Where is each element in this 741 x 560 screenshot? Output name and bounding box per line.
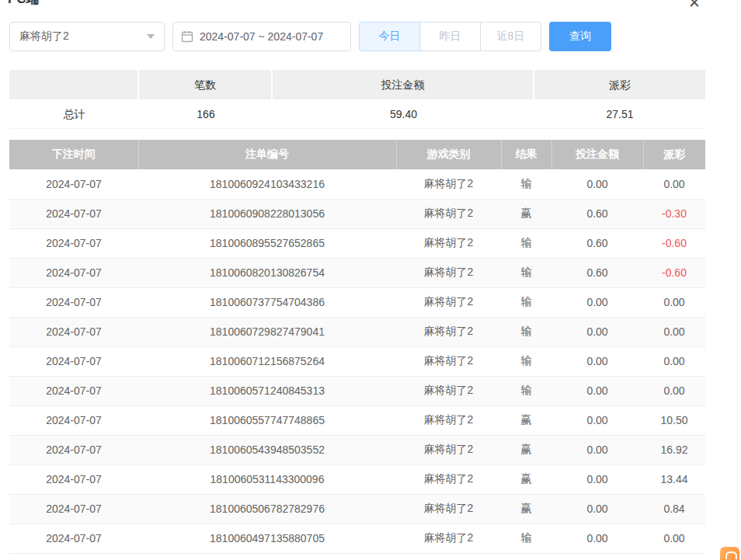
cell-bet-amount: 0.00 (551, 435, 643, 464)
summary-header-blank (9, 70, 139, 99)
cell-order-id: 1810060737754704386 (138, 287, 396, 317)
close-icon[interactable]: ✕ (688, 0, 701, 10)
calendar-icon (181, 30, 193, 43)
cell-result: 输 (501, 523, 551, 553)
cell-payout: 13.44 (643, 464, 705, 494)
cell-result: 输 (501, 228, 551, 258)
cell-bet-time: 2024-07-07 (9, 464, 138, 494)
cell-payout: 0.00 (643, 169, 705, 199)
cell-bet-amount: 0.60 (551, 258, 643, 287)
game-select-value: 麻将胡了2 (19, 30, 69, 43)
cell-result: 赢 (501, 199, 551, 228)
table-row: 2024-07-07 1810060712156875264 麻将胡了2 输 0… (9, 346, 705, 376)
cell-payout: 0.00 (643, 287, 705, 317)
chevron-down-icon (147, 34, 155, 39)
bet-table-header-row: 下注时间 注单编号 游戏类别 结果 投注金额 派彩 (9, 140, 705, 169)
cell-bet-amount: 0.00 (551, 523, 643, 553)
cell-bet-time: 2024-07-07 (9, 169, 138, 199)
date-range-picker[interactable]: 2024-07-07 ~ 2024-07-07 (172, 22, 351, 51)
cell-result: 赢 (501, 494, 551, 523)
table-row: 2024-07-07 1810060497135880705 麻将胡了2 输 0… (9, 523, 705, 553)
bet-table: 下注时间 注单编号 游戏类别 结果 投注金额 派彩 2024-07-07 181… (9, 140, 705, 554)
game-select[interactable]: 麻将胡了2 (9, 22, 165, 51)
bet-table-body: 2024-07-07 1810060924103433216 麻将胡了2 输 0… (9, 169, 705, 553)
cell-payout: 16.92 (643, 435, 705, 464)
cell-payout: 0.00 (643, 346, 705, 376)
cell-payout: 0.00 (643, 376, 705, 405)
cell-order-id: 1810060557747748865 (138, 405, 396, 435)
cell-order-id: 1810060712156875264 (138, 346, 396, 376)
col-header-game: 游戏类别 (396, 140, 501, 169)
cell-bet-time: 2024-07-07 (9, 199, 138, 228)
cell-order-id: 1810060729827479041 (138, 317, 396, 346)
cell-game-type: 麻将胡了2 (396, 169, 501, 199)
summary-header-bets: 笔数 (139, 70, 273, 99)
yesterday-button[interactable]: 昨日 (419, 22, 481, 51)
cell-bet-amount: 0.00 (551, 376, 643, 405)
cell-payout: 0.00 (643, 523, 705, 553)
cell-result: 输 (501, 376, 551, 405)
cell-order-id: 1810060908228013056 (138, 199, 396, 228)
cell-game-type: 麻将胡了2 (396, 376, 501, 405)
cell-bet-time: 2024-07-07 (9, 317, 138, 346)
cell-bet-time: 2024-07-07 (9, 376, 138, 405)
cell-payout: -0.60 (643, 258, 705, 287)
cell-bet-amount: 0.00 (551, 405, 643, 435)
summary-bets-value: 166 (139, 99, 273, 129)
cell-bet-amount: 0.00 (551, 169, 643, 199)
col-header-payout: 派彩 (643, 140, 705, 169)
last-8-days-button[interactable]: 近8日 (480, 22, 541, 51)
customer-service-widget[interactable] (720, 547, 739, 560)
cell-bet-amount: 0.60 (551, 199, 643, 228)
cell-game-type: 麻将胡了2 (396, 346, 501, 376)
cell-result: 赢 (501, 405, 551, 435)
cell-result: 输 (501, 346, 551, 376)
cell-payout: 10.50 (643, 405, 705, 435)
table-row: 2024-07-07 1810060506782782976 麻将胡了2 赢 0… (9, 494, 705, 523)
cell-bet-amount: 0.00 (551, 287, 643, 317)
cell-game-type: 麻将胡了2 (396, 464, 501, 494)
cell-payout: -0.60 (643, 228, 705, 258)
cell-order-id: 1810060543948503552 (138, 435, 396, 464)
cell-bet-time: 2024-07-07 (9, 435, 138, 464)
cell-result: 输 (501, 258, 551, 287)
cell-game-type: 麻将胡了2 (396, 317, 501, 346)
col-header-result: 结果 (501, 140, 551, 169)
summary-amount-value: 59.40 (273, 99, 534, 129)
cell-bet-time: 2024-07-07 (9, 346, 138, 376)
cell-game-type: 麻将胡了2 (396, 494, 501, 523)
table-row: 2024-07-07 1810060737754704386 麻将胡了2 输 0… (9, 287, 705, 317)
cell-bet-time: 2024-07-07 (9, 523, 138, 553)
cell-bet-amount: 0.00 (551, 464, 643, 494)
cell-bet-amount: 0.00 (551, 346, 643, 376)
cell-bet-time: 2024-07-07 (9, 258, 138, 287)
cell-game-type: 麻将胡了2 (396, 199, 501, 228)
cell-result: 输 (501, 169, 551, 199)
cell-result: 输 (501, 287, 551, 317)
cell-result: 输 (501, 317, 551, 346)
table-row: 2024-07-07 1810060908228013056 麻将胡了2 赢 0… (9, 199, 705, 228)
search-button[interactable]: 查询 (549, 22, 611, 51)
cell-game-type: 麻将胡了2 (396, 405, 501, 435)
today-button[interactable]: 今日 (359, 22, 420, 51)
col-header-orderid: 注单编号 (138, 140, 396, 169)
cell-order-id: 1810060506782782976 (138, 494, 396, 523)
summary-total-row: 总计 166 59.40 27.51 (9, 99, 705, 129)
cell-order-id: 1810060895527652865 (138, 228, 396, 258)
cell-bet-amount: 0.00 (551, 317, 643, 346)
table-row: 2024-07-07 1810060557747748865 麻将胡了2 赢 0… (9, 405, 705, 435)
summary-header-payout: 派彩 (534, 70, 705, 99)
table-row: 2024-07-07 1810060729827479041 麻将胡了2 输 0… (9, 317, 705, 346)
page-title: PC端 (8, 0, 40, 7)
cell-result: 赢 (501, 435, 551, 464)
table-row: 2024-07-07 1810060820130826754 麻将胡了2 输 0… (9, 258, 705, 287)
cell-payout: 0.84 (643, 494, 705, 523)
cell-bet-time: 2024-07-07 (9, 405, 138, 435)
table-row: 2024-07-07 1810060924103433216 麻将胡了2 输 0… (9, 169, 705, 199)
filter-bar: 麻将胡了2 2024-07-07 ~ 2024-07-07 今日 昨日 近8日 … (9, 22, 732, 51)
cell-bet-amount: 0.60 (551, 228, 643, 258)
quick-range-group: 今日 昨日 近8日 (359, 22, 541, 51)
cell-order-id: 1810060497135880705 (138, 523, 396, 553)
cell-payout: -0.30 (643, 199, 705, 228)
summary-payout-value: 27.51 (534, 99, 705, 129)
